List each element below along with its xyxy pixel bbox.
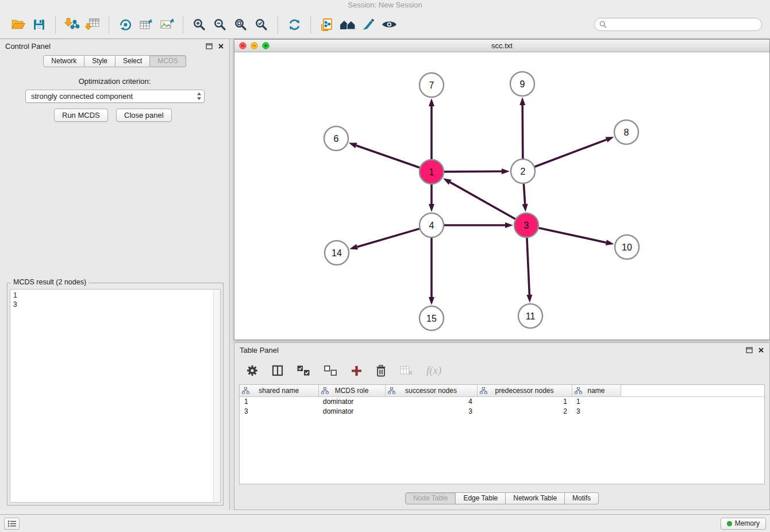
tab-motifs[interactable]: Motifs	[565, 492, 599, 504]
network-from-selection-button[interactable]	[115, 14, 136, 36]
tab-select[interactable]: Select	[116, 55, 150, 67]
vertical-splitter[interactable]	[230, 39, 234, 510]
graph-edge-3-10[interactable]	[538, 228, 606, 242]
column-header-mcds-role[interactable]: MCDS role	[318, 385, 385, 396]
close-window-button[interactable]	[239, 42, 247, 49]
network-canvas[interactable]: 1234678910111415	[234, 52, 769, 340]
clone-network-button[interactable]	[317, 14, 337, 36]
main-toolbar	[0, 10, 770, 39]
tab-node-table[interactable]: Node Table	[405, 492, 456, 504]
graph-edge-4-14[interactable]	[357, 229, 419, 247]
network-overview-button[interactable]	[337, 14, 358, 36]
gear-icon[interactable]	[246, 364, 259, 377]
network-window-titlebar[interactable]: scc.txt	[234, 40, 769, 52]
graph-edge-3-1[interactable]	[450, 182, 515, 219]
node-table-body: 1dominator4113dominator323	[240, 396, 764, 416]
table-cell-filler	[621, 396, 764, 406]
graph-edge-2-3[interactable]	[523, 184, 525, 204]
table-cell[interactable]: 2	[477, 406, 572, 416]
zoom-out-button[interactable]	[210, 14, 230, 36]
tab-network-table[interactable]: Network Table	[506, 492, 565, 504]
optimization-select-value: strongly connected component	[31, 92, 197, 101]
tab-network[interactable]: Network	[43, 55, 84, 67]
graph-edge-3-11[interactable]	[527, 238, 529, 295]
table-cell[interactable]: 3	[385, 406, 477, 416]
paint-style-button[interactable]	[358, 14, 379, 36]
open-session-button[interactable]	[8, 14, 29, 36]
export-image-icon	[159, 17, 175, 32]
optimization-criterion-label: Optimization criterion:	[0, 77, 229, 86]
run-mcds-label: Run MCDS	[62, 111, 100, 119]
table-cell[interactable]: 1	[240, 396, 318, 406]
tab-mcds[interactable]: MCDS	[150, 55, 186, 67]
zoom-fit-button[interactable]	[230, 14, 251, 36]
float-panel-icon[interactable]	[206, 43, 213, 49]
close-panel-button[interactable]: Close panel	[116, 109, 172, 122]
task-history-button[interactable]	[4, 518, 20, 530]
apply-layout-button[interactable]	[284, 14, 305, 36]
table-row[interactable]: 1dominator411	[240, 396, 764, 406]
import-network-icon	[64, 17, 80, 32]
column-header-name[interactable]: name	[572, 385, 621, 396]
import-table-button[interactable]	[82, 14, 103, 36]
zoom-selected-button[interactable]	[251, 14, 272, 36]
table-panel-tabs: Node Table Edge Table Network Table Moti…	[234, 492, 769, 504]
create-column-icon[interactable]	[351, 365, 363, 377]
float-panel-icon[interactable]	[746, 347, 753, 353]
graph-edge-1-2[interactable]	[444, 171, 502, 172]
minimize-window-button[interactable]	[251, 42, 258, 49]
select-all-icon[interactable]	[297, 365, 311, 377]
export-image-button[interactable]	[156, 14, 177, 36]
graph-node-label: 7	[429, 80, 434, 90]
column-header-predecessor-nodes[interactable]: predecessor nodes	[477, 385, 572, 396]
column-type-icon	[321, 387, 329, 394]
table-cell[interactable]: 1	[572, 396, 621, 406]
memory-button[interactable]: Memory	[721, 518, 766, 530]
search-input[interactable]	[610, 21, 757, 29]
show-columns-icon[interactable]	[271, 364, 284, 377]
optimization-select[interactable]: strongly connected component	[25, 90, 205, 103]
mcds-result-groupbox: MCDS result (2 nodes) 13	[7, 283, 224, 506]
table-row[interactable]: 3dominator323	[240, 406, 764, 416]
deselect-all-icon[interactable]	[324, 365, 338, 377]
window-titlebar[interactable]: Session: New Session	[0, 0, 770, 10]
table-cell[interactable]: 1	[477, 396, 572, 406]
network-from-selection-icon	[118, 18, 133, 32]
graph-edge-arrowhead	[519, 97, 525, 105]
zoom-in-button[interactable]	[189, 14, 210, 36]
mcds-result-line[interactable]: 1	[13, 291, 210, 300]
close-panel-icon[interactable]	[218, 43, 224, 49]
column-header-shared-name[interactable]: shared name	[240, 385, 318, 396]
mcds-result-line[interactable]: 3	[13, 300, 210, 309]
delete-column-icon[interactable]	[375, 364, 387, 377]
graph-edge-1-6[interactable]	[356, 145, 419, 168]
graph-node-label: 4	[429, 221, 434, 230]
close-panel-icon[interactable]	[758, 347, 764, 353]
show-graphics-details-button[interactable]	[379, 14, 399, 36]
search-icon	[599, 21, 607, 28]
table-cell[interactable]: 3	[240, 406, 318, 416]
export-table-button[interactable]	[136, 14, 156, 36]
graph-edge-2-9[interactable]	[522, 105, 523, 159]
table-cell[interactable]: dominator	[318, 406, 385, 416]
tab-edge-table[interactable]: Edge Table	[456, 492, 506, 504]
graph-node-label: 6	[334, 134, 339, 144]
node-table-scroll-area[interactable]: shared name MCDS role successor nodes	[239, 384, 765, 484]
run-mcds-button[interactable]: Run MCDS	[54, 109, 108, 122]
column-label: shared name	[259, 387, 299, 395]
traffic-lights	[239, 42, 270, 49]
graph-edge-2-8[interactable]	[535, 140, 607, 167]
tab-style[interactable]: Style	[84, 55, 116, 67]
result-scrollbar[interactable]	[213, 290, 220, 502]
maximize-window-button[interactable]	[262, 42, 270, 49]
table-cell[interactable]: 3	[572, 406, 621, 416]
application-window: Session: New Session	[0, 0, 770, 532]
table-cell[interactable]: 4	[385, 396, 477, 406]
import-network-button[interactable]	[61, 14, 82, 36]
table-cell[interactable]: dominator	[318, 396, 385, 406]
column-header-successor-nodes[interactable]: successor nodes	[385, 385, 477, 396]
save-session-button[interactable]	[29, 14, 49, 36]
open-folder-icon	[11, 17, 26, 32]
graph-node-label: 10	[622, 242, 632, 252]
graph-node-label: 14	[332, 248, 342, 258]
